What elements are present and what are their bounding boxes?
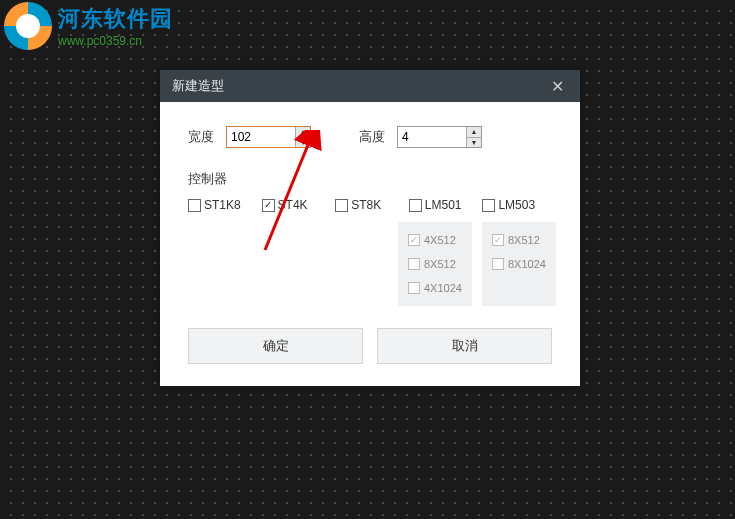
checkbox-icon[interactable] [408, 234, 420, 246]
controller-label: 控制器 [188, 170, 552, 188]
option-8x512[interactable]: 8X512 [408, 258, 462, 270]
dialog-header[interactable]: 新建造型 ✕ [160, 70, 580, 102]
height-label: 高度 [359, 128, 385, 146]
width-spinner[interactable]: ▲ ▼ [226, 126, 311, 148]
lm503-panel: 8X512 8X1024 [482, 222, 556, 306]
sub-options-panels: 4X512 8X512 4X1024 8X512 8X102 [398, 222, 552, 306]
width-input[interactable] [227, 127, 295, 147]
ok-button[interactable]: 确定 [188, 328, 363, 364]
dialog-body: 宽度 ▲ ▼ 高度 ▲ ▼ 控制器 [160, 102, 580, 386]
option-4x512[interactable]: 4X512 [408, 234, 462, 246]
width-label: 宽度 [188, 128, 214, 146]
height-up-icon[interactable]: ▲ [467, 127, 481, 138]
checkbox-icon[interactable] [492, 234, 504, 246]
controller-st4k[interactable]: ST4K [262, 198, 332, 212]
option-4x1024[interactable]: 4X1024 [408, 282, 462, 294]
checkbox-icon[interactable] [482, 199, 495, 212]
option-8x1024[interactable]: 8X1024 [492, 258, 546, 270]
height-down-icon[interactable]: ▼ [467, 138, 481, 148]
controller-options: ST1K8 ST4K ST8K LM501 LM503 [188, 198, 552, 212]
checkbox-icon[interactable] [409, 199, 422, 212]
controller-lm501[interactable]: LM501 [409, 198, 479, 212]
checkbox-icon[interactable] [262, 199, 275, 212]
close-icon[interactable]: ✕ [545, 75, 570, 98]
controller-st1k8[interactable]: ST1K8 [188, 198, 258, 212]
width-up-icon[interactable]: ▲ [296, 127, 310, 138]
height-spinner[interactable]: ▲ ▼ [397, 126, 482, 148]
checkbox-icon[interactable] [335, 199, 348, 212]
dialog-title: 新建造型 [172, 77, 224, 95]
checkbox-icon[interactable] [408, 258, 420, 270]
watermark-logo: 河东软件园 www.pc0359.cn [4, 2, 173, 50]
option-8x512-b[interactable]: 8X512 [492, 234, 546, 246]
checkbox-icon[interactable] [492, 258, 504, 270]
logo-icon [4, 2, 52, 50]
checkbox-icon[interactable] [188, 199, 201, 212]
logo-url: www.pc0359.cn [58, 34, 173, 48]
controller-st8k[interactable]: ST8K [335, 198, 405, 212]
lm501-panel: 4X512 8X512 4X1024 [398, 222, 472, 306]
new-shape-dialog: 新建造型 ✕ 宽度 ▲ ▼ 高度 ▲ ▼ 控制器 [160, 70, 580, 386]
cancel-button[interactable]: 取消 [377, 328, 552, 364]
checkbox-icon[interactable] [408, 282, 420, 294]
controller-lm503[interactable]: LM503 [482, 198, 552, 212]
height-input[interactable] [398, 127, 466, 147]
width-down-icon[interactable]: ▼ [296, 138, 310, 148]
logo-title: 河东软件园 [58, 4, 173, 34]
